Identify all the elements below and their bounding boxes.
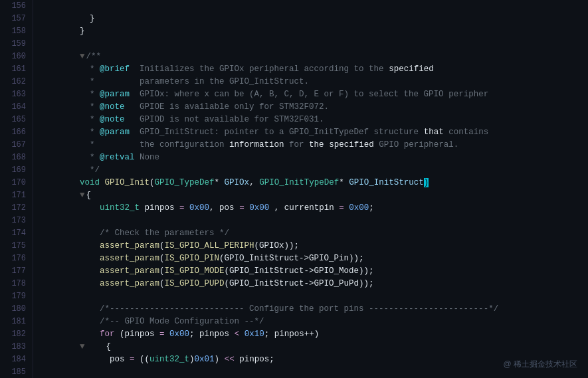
line-num-182: 182: [7, 328, 26, 341]
line-num-170: 170: [7, 177, 26, 189]
line-num-158: 158: [7, 25, 26, 38]
code-line-158: [40, 25, 588, 38]
line-num-157: 157: [7, 13, 26, 25]
line-num-175: 175: [7, 240, 26, 252]
line-num-172: 172: [7, 202, 26, 215]
line-num-165: 165: [7, 114, 26, 126]
code-line-173: /* Check the parameters */: [40, 215, 588, 227]
line-num-167: 167: [7, 139, 26, 151]
line-num-162: 162: [7, 76, 26, 88]
line-num-184: 184: [7, 353, 26, 366]
line-num-185: 185: [7, 366, 26, 378]
line-num-179: 179: [7, 290, 26, 303]
line-num-163: 163: [7, 88, 26, 101]
code-line-171: uint32_t pinpos = 0x00, pos = 0x00 , cur…: [40, 189, 588, 202]
code-line-183: pos = ((uint32_t)0x01) << pinpos;: [40, 341, 588, 353]
line-num-176: 176: [7, 252, 26, 265]
line-num-160: 160: [7, 50, 26, 63]
watermark: @ 稀土掘金技术社区: [503, 359, 577, 370]
line-num-171: 171: [7, 189, 26, 202]
code-line-169: void GPIO_Init(GPIO_TypeDef* GPIOx, GPIO…: [40, 164, 588, 177]
line-num-181: 181: [7, 316, 26, 328]
line-numbers: 156 157 158 159 160 161 162 163 164 165 …: [0, 0, 33, 378]
line-num-173: 173: [7, 215, 26, 227]
line-num-177: 177: [7, 265, 26, 278]
code-line-159: ▼/**: [40, 38, 588, 50]
code-editor: 156 157 158 159 160 161 162 163 164 165 …: [0, 0, 588, 378]
line-num-156: 156: [7, 0, 26, 13]
line-num-159: 159: [7, 38, 26, 50]
line-num-178: 178: [7, 278, 26, 290]
line-num-166: 166: [7, 126, 26, 139]
line-num-174: 174: [7, 227, 26, 240]
line-num-180: 180: [7, 303, 26, 316]
line-num-164: 164: [7, 101, 26, 114]
code-line-179: /*--------------------------- Configure …: [40, 290, 588, 303]
line-num-168: 168: [7, 151, 26, 164]
line-num-169: 169: [7, 164, 26, 177]
line-num-161: 161: [7, 63, 26, 76]
code-line-160: * @brief Initializes the GPIOx periphera…: [40, 50, 588, 63]
code-line-156: }: [40, 0, 588, 13]
code-line-157: }: [40, 13, 588, 25]
code-lines: } } ▼/** * @brief Initializes the GPIOx …: [33, 0, 588, 378]
line-num-183: 183: [7, 341, 26, 353]
